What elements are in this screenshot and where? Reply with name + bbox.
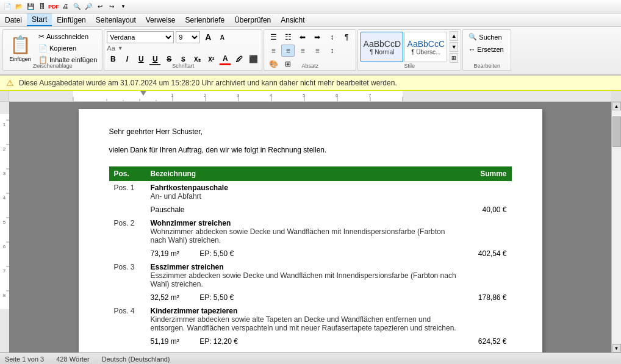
open-icon[interactable]: 📂 bbox=[14, 2, 24, 12]
paste-button[interactable]: 📋 Einfügen bbox=[5, 31, 35, 65]
menu-ueberpruefen[interactable]: Überprüfen bbox=[229, 13, 276, 26]
ribbon: 📋 Einfügen ✂ Ausschneiden 📄 Kopieren 📋 I… bbox=[0, 27, 621, 76]
paragraph-group: ☰ ☷ ⬅ ➡ ↕ ¶ ≡ ≡ ≡ ≡ ↕ 🎨 ⊞ Absatz bbox=[264, 29, 356, 71]
save-icon[interactable]: 💾 bbox=[26, 2, 35, 12]
font-family-select[interactable]: Verdana bbox=[107, 31, 174, 43]
menu-ansicht[interactable]: Ansicht bbox=[276, 13, 309, 26]
pos2-detail: 73,19 m² EP: 5,50 € bbox=[146, 247, 463, 260]
style-scroll-up[interactable]: ▲ bbox=[450, 31, 458, 41]
word-count: 428 Wörter bbox=[56, 355, 89, 363]
pos1-sum: 40,00 € bbox=[463, 203, 512, 216]
style-heading-box[interactable]: AaBbCcC ¶ Übersc... bbox=[404, 32, 447, 62]
svg-text:5: 5 bbox=[3, 219, 6, 225]
table-row: Pos. 1 Fahrtkostenpauschale An- und Abfa… bbox=[109, 181, 512, 203]
align-right-button[interactable]: ≡ bbox=[296, 45, 309, 57]
line-spacing-button[interactable]: ↕ bbox=[325, 45, 339, 57]
menu-datei[interactable]: Datei bbox=[0, 13, 27, 26]
search-doc-icon[interactable]: 🔎 bbox=[84, 2, 93, 12]
pos1-pauschale: Pauschale bbox=[146, 203, 463, 216]
pos3-title: Esszimmer streichen bbox=[151, 263, 458, 271]
style-normal-box[interactable]: AaBbCcD ¶ Normal bbox=[361, 32, 403, 62]
styles-label: Stile bbox=[358, 63, 461, 69]
marks-button[interactable]: ¶ bbox=[340, 31, 353, 43]
search-icon: 🔍 bbox=[468, 33, 477, 41]
pos3-sum: 178,86 € bbox=[463, 291, 512, 304]
pos4-title: Kinderzimmer tapezieren bbox=[151, 307, 458, 315]
pos4-sum: 624,52 € bbox=[463, 335, 512, 348]
scroll-track bbox=[612, 110, 621, 344]
menu-verweise[interactable]: Verweise bbox=[141, 13, 181, 26]
style-heading-label: ¶ Übersc... bbox=[411, 49, 440, 55]
menu-serienbriefe[interactable]: Serienbriefe bbox=[180, 13, 229, 26]
pos2-label: Pos. 2 bbox=[109, 216, 146, 247]
style-normal-preview: AaBbCcD bbox=[364, 39, 401, 49]
menu-seitenlayout[interactable]: Seitenlayout bbox=[91, 13, 141, 26]
menu-einfuegen[interactable]: Einfügen bbox=[52, 13, 90, 26]
page-count: Seite 1 von 3 bbox=[5, 355, 44, 363]
cut-icon: ✂ bbox=[38, 32, 45, 41]
pos3-spacer bbox=[109, 291, 146, 304]
scroll-thumb[interactable] bbox=[612, 116, 621, 147]
svg-text:8: 8 bbox=[3, 293, 6, 298]
menu-start[interactable]: Start bbox=[27, 13, 52, 26]
print-icon[interactable]: 🖨 bbox=[60, 2, 70, 12]
align-left-button[interactable]: ≡ bbox=[267, 45, 280, 57]
find-button[interactable]: 🔍 Suchen bbox=[465, 31, 508, 43]
right-scrollbar: ▲ ▼ bbox=[611, 102, 621, 352]
svg-text:2: 2 bbox=[3, 146, 6, 152]
align-justify-button[interactable]: ≡ bbox=[310, 45, 324, 57]
copy-button[interactable]: 📄 Kopieren bbox=[36, 43, 99, 54]
replace-button[interactable]: ↔ Ersetzen bbox=[465, 44, 508, 55]
paragraph-label: Absatz bbox=[264, 63, 356, 69]
clipboard-group: 📋 Einfügen ✂ Ausschneiden 📄 Kopieren 📋 I… bbox=[2, 29, 102, 71]
pos3-detail: 32,52 m² EP: 5,50 € bbox=[146, 291, 463, 304]
pos1-subdesc: An- und Abfahrt bbox=[151, 192, 458, 201]
pos2-amount bbox=[463, 216, 512, 247]
style-scroll-down[interactable]: ▼ bbox=[450, 42, 458, 52]
pos2-spacer bbox=[109, 247, 146, 260]
dropdown-icon[interactable]: ▼ bbox=[118, 2, 128, 12]
list-decrease-button[interactable]: ⬅ bbox=[296, 31, 309, 43]
table-row: Pos. 2 Wohnzimmer streichen Wohnzimmer a… bbox=[109, 216, 512, 247]
warning-text: Diese Ausgabedatei wurde am 31.07.2024 u… bbox=[19, 79, 397, 87]
pos3-label: Pos. 3 bbox=[109, 260, 146, 291]
svg-text:2: 2 bbox=[204, 93, 207, 98]
scroll-down-button[interactable]: ▼ bbox=[612, 344, 621, 352]
list-ordered-button[interactable]: ☷ bbox=[281, 31, 295, 43]
doc-greeting: Sehr geehrter Herr Schuster, bbox=[109, 127, 512, 136]
undo-icon[interactable]: ↩ bbox=[95, 2, 105, 12]
pos3-desc: Esszimmer streichen Esszimmer abdecken s… bbox=[146, 260, 463, 291]
pdf-icon[interactable]: PDF bbox=[49, 2, 59, 12]
list-increase-button[interactable]: ➡ bbox=[310, 31, 324, 43]
replace-icon: ↔ bbox=[468, 46, 475, 53]
font-size-select[interactable]: 9 bbox=[176, 31, 200, 43]
svg-text:1: 1 bbox=[171, 93, 174, 98]
file-icon[interactable]: 📄 bbox=[2, 2, 12, 12]
pos1-label: Pos. 1 bbox=[109, 181, 146, 203]
pos2-subdesc: Wohnzimmer abdecken sowie Decke und Wand… bbox=[151, 227, 458, 244]
shrink-font-button[interactable]: A bbox=[216, 31, 228, 43]
list-unordered-button[interactable]: ☰ bbox=[267, 31, 280, 43]
clipboard-small-buttons: ✂ Ausschneiden 📄 Kopieren 📋 Inhalte einf… bbox=[36, 31, 99, 65]
grow-font-button[interactable]: A bbox=[202, 31, 214, 43]
cut-button[interactable]: ✂ Ausschneiden bbox=[36, 31, 99, 42]
menu-bar: Datei Start Einfügen Seitenlayout Verwei… bbox=[0, 13, 621, 27]
doc-intro: vielen Dank für Ihren Auftrag, den wir w… bbox=[109, 146, 512, 154]
font-group: Verdana 9 A A Aa ▼ B I U U S S X₂ X² A 🖊… bbox=[104, 29, 262, 71]
sort-button[interactable]: ↕ bbox=[325, 31, 339, 43]
document-scroll-area[interactable]: Sehr geehrter Herr Schuster, vielen Dank… bbox=[9, 102, 611, 352]
header-bezeichnung: Bezeichnung bbox=[146, 166, 463, 181]
clipboard-label: Zwischenablage bbox=[3, 63, 102, 69]
align-center-button[interactable]: ≡ bbox=[281, 45, 295, 57]
pos2-sum: 402,54 € bbox=[463, 247, 512, 260]
table-row: 73,19 m² EP: 5,50 € 402,54 € bbox=[109, 247, 512, 260]
scroll-up-button[interactable]: ▲ bbox=[612, 102, 621, 110]
svg-rect-24 bbox=[0, 114, 9, 309]
table-row: 51,19 m² EP: 12,20 € 624,52 € bbox=[109, 335, 512, 348]
style-expand[interactable]: ⊞ bbox=[450, 53, 458, 63]
save-all-icon[interactable]: 🗄 bbox=[37, 2, 47, 12]
style-normal-label: ¶ Normal bbox=[370, 49, 394, 55]
svg-text:5: 5 bbox=[303, 93, 306, 98]
redo-icon[interactable]: ↪ bbox=[107, 2, 117, 12]
preview-icon[interactable]: 🔍 bbox=[72, 2, 82, 12]
